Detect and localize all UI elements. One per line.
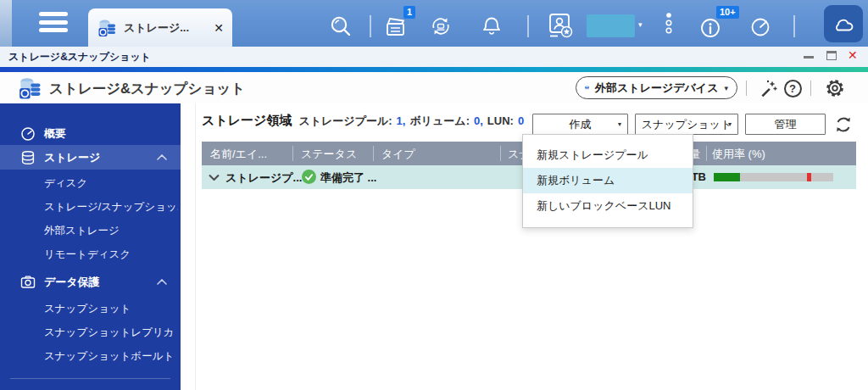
storage-app-icon	[97, 18, 117, 38]
sync-backup-icon[interactable]	[429, 14, 453, 38]
sidebar-item-snapshot[interactable]: スナップショット	[0, 297, 181, 320]
sidebar-item-storage[interactable]: ストレージ	[0, 145, 181, 170]
create-button[interactable]: 作成 ▾	[532, 114, 628, 135]
volume-count: 0,	[474, 114, 483, 127]
info-badge: 10+	[716, 6, 739, 19]
cloud-service-icon[interactable]	[824, 5, 863, 42]
usage-threshold-marker	[807, 173, 811, 181]
chevron-up-icon	[157, 154, 167, 160]
user-caret-down-icon[interactable]: ▾	[638, 20, 643, 29]
maximize-button[interactable]	[826, 51, 837, 60]
snapshot-button[interactable]: スナップショット ▾	[635, 114, 738, 135]
create-dropdown-menu: 新規ストレージプール 新規ボリューム 新しいブロックベースLUN	[522, 134, 693, 228]
sidebar-item-snapshot-replica[interactable]: スナップショットレプリカ	[0, 320, 181, 344]
raid-drive-icon: RAID	[585, 80, 589, 96]
external-storage-device-label: 外部ストレージデバイス	[595, 81, 718, 96]
caret-down-icon: ▾	[724, 84, 728, 92]
usage-bar-fill	[714, 173, 740, 181]
svg-text:RAID: RAID	[586, 86, 588, 87]
app-tab-storage[interactable]: ストレージ... ✕	[88, 8, 232, 47]
notifications-bell-icon[interactable]	[480, 14, 504, 38]
hamburger-icon	[39, 12, 68, 16]
main-menu-button[interactable]	[39, 12, 71, 35]
content-left-border	[195, 103, 196, 390]
menu-item-new-block-lun[interactable]: 新しいブロックベースLUN	[523, 193, 693, 219]
menu-item-new-volume[interactable]: 新規ボリューム	[523, 168, 693, 193]
sidebar-item-snapshot-vault[interactable]: スナップショットボールト	[0, 344, 181, 368]
column-header-usage[interactable]: 使用率 (%)	[712, 147, 765, 162]
sidebar-item-disk[interactable]: ディスク	[0, 171, 181, 195]
storage-app-icon	[17, 75, 42, 101]
app-header: ストレージ&スナップショット	[0, 72, 868, 103]
chevron-up-icon	[157, 279, 167, 285]
caret-down-icon: ▾	[728, 120, 732, 128]
sidebar-divider	[10, 378, 170, 379]
taskbar-divider	[793, 15, 795, 37]
magic-wand-icon[interactable]	[756, 77, 778, 99]
storage-space-summary: ストレージ領域 ストレージプール: 1, ボリューム: 0, LUN: 0	[202, 113, 524, 129]
camera-icon	[20, 275, 36, 290]
desktop-edge	[0, 0, 12, 47]
firmware-info-icon[interactable]	[698, 15, 722, 39]
username-redacted[interactable]	[587, 14, 635, 37]
window-title: ストレージ&スナップショット	[8, 50, 151, 64]
row-name: ストレージプ...	[225, 170, 302, 186]
resource-monitor-icon[interactable]	[748, 14, 773, 38]
section-title: ストレージ領域	[202, 113, 292, 129]
manage-button[interactable]: 管理	[745, 114, 826, 135]
external-storage-device-button[interactable]: RAID 外部ストレージデバイス ▾	[576, 76, 737, 99]
sidebar-item-overview[interactable]: 概要	[0, 121, 181, 146]
user-avatar-icon[interactable]	[546, 11, 575, 40]
menu-item-new-storage-pool[interactable]: 新規ストレージプール	[523, 142, 693, 168]
header-divider	[746, 81, 747, 96]
window-titlebar: ストレージ&スナップショット	[0, 47, 868, 67]
minimize-button[interactable]	[804, 56, 814, 58]
desktop-taskbar: ストレージ... ✕ 1	[0, 0, 868, 47]
sidebar-item-external-storage[interactable]: 外部ストレージ	[0, 219, 181, 242]
expand-chevron-icon[interactable]	[209, 174, 220, 181]
refresh-icon[interactable]	[832, 114, 854, 135]
app-title: ストレージ&スナップショット	[49, 80, 245, 98]
sidebar-item-data-protection[interactable]: データ保護	[0, 270, 181, 294]
help-icon[interactable]: ?	[783, 79, 802, 98]
taskbar-divider	[527, 15, 529, 37]
column-header-status[interactable]: ステータス	[301, 147, 357, 162]
sidebar: 概要 ストレージ ディスク ストレージ/スナップショッ... 外部ストレージ リ…	[0, 103, 181, 390]
database-icon	[20, 150, 36, 165]
tab-close-icon[interactable]: ✕	[214, 21, 224, 35]
app-tab-label: ストレージ...	[124, 20, 205, 36]
status-ok-icon	[302, 170, 316, 184]
caret-down-icon: ▾	[618, 120, 621, 128]
search-icon[interactable]	[329, 14, 353, 38]
tasks-badge: 1	[403, 6, 415, 19]
sidebar-item-storage-snapshot[interactable]: ストレージ/スナップショッ...	[0, 195, 181, 219]
gauge-icon	[20, 126, 36, 142]
settings-gear-icon[interactable]	[824, 77, 846, 99]
pool-count: 1,	[397, 114, 406, 127]
taskbar-divider	[370, 15, 371, 37]
more-options-dots-icon[interactable]	[663, 11, 675, 36]
usage-bar	[714, 173, 833, 181]
row-status: 準備完了 ...	[320, 170, 376, 186]
column-header-type[interactable]: タイプ	[381, 147, 415, 162]
column-header-name[interactable]: 名前/エイ...	[210, 147, 267, 162]
lun-count: 0	[518, 114, 524, 127]
sidebar-item-remote-disk[interactable]: リモートディスク	[0, 242, 181, 266]
close-button[interactable]: ✕	[848, 48, 858, 62]
header-divider	[810, 81, 811, 96]
screen: ストレージ... ✕ 1	[0, 0, 868, 390]
